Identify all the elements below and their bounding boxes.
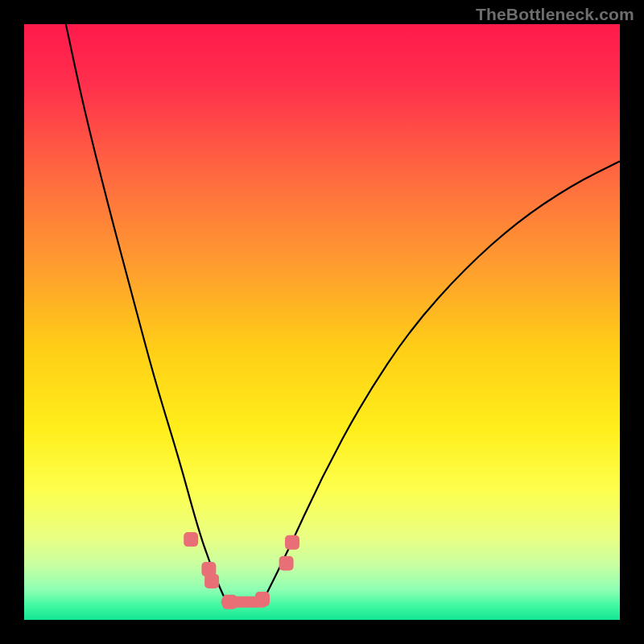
plot-area <box>24 24 620 620</box>
cluster-marker <box>279 556 294 571</box>
left-branch-curve <box>66 24 227 602</box>
watermark-text: TheBottleneck.com <box>476 5 634 24</box>
right-branch-curve <box>262 161 620 602</box>
cluster-marker <box>285 535 299 550</box>
chart-frame: TheBottleneck.com <box>0 0 644 644</box>
cluster-marker <box>222 595 237 609</box>
cluster-marker <box>204 574 219 588</box>
cluster-marker <box>255 592 270 606</box>
curve-layer <box>24 24 620 620</box>
cluster-marker <box>184 532 198 547</box>
